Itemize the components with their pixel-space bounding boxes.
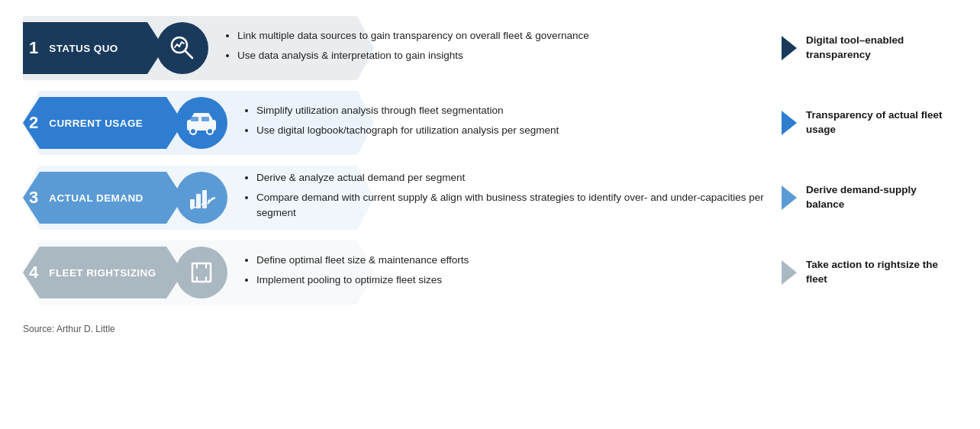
chevron-label-2: 2CURRENT USAGE: [23, 97, 183, 149]
right-arrow-1: [782, 36, 797, 60]
svg-rect-5: [191, 117, 198, 121]
bullets-3: Derive & analyze actual demand per segme…: [243, 170, 769, 226]
step-row-1: 1STATUS QUO Link multiple data sources t…: [23, 14, 957, 82]
step-number-3: 3: [29, 188, 38, 208]
bullet-item: Derive & analyze actual demand per segme…: [256, 170, 769, 186]
chevron-label-3: 3ACTUAL DEMAND: [23, 172, 183, 224]
result-area-3: Derive demand-supply balance: [782, 183, 957, 212]
result-area-4: Take action to rightsize the fleet: [782, 258, 957, 287]
result-area-2: Transparency of actual fleet usage: [782, 108, 957, 137]
bullet-item: Use data analysis & interpretation to ga…: [237, 48, 769, 64]
result-area-1: Digital tool–enabled transparency: [782, 34, 957, 63]
step-row-2: 2CURRENT USAGE Simplify utilization anal…: [23, 89, 957, 157]
step-number-4: 4: [29, 263, 38, 282]
chevron-label-1: 1STATUS QUO: [23, 22, 164, 74]
svg-point-3: [190, 128, 196, 134]
result-label-3: Derive demand-supply balance: [806, 183, 947, 212]
bullet-item: Use digital logbook/tachograph for utili…: [256, 123, 769, 139]
bullets-1: Link multiple data sources to gain trans…: [224, 28, 769, 68]
step-label-1: STATUS QUO: [49, 43, 118, 54]
right-arrow-2: [782, 111, 797, 135]
bullets-4: Define optimal fleet size & maintenance …: [243, 253, 769, 292]
icon-circle-2: [176, 97, 227, 149]
svg-line-1: [185, 50, 192, 58]
right-arrow-4: [782, 260, 797, 285]
step-label-4: FLEET RIGHTSIZING: [49, 267, 156, 279]
icon-circle-4: [176, 247, 227, 298]
icon-circle-3: [176, 172, 227, 224]
step-label-3: ACTUAL DEMAND: [49, 192, 143, 204]
step-number-2: 2: [29, 113, 38, 133]
bullet-item: Define optimal fleet size & maintenance …: [256, 253, 769, 269]
bullet-item: Simplify utilization analysis through fl…: [256, 103, 769, 119]
step-row-4: 4FLEET RIGHTSIZING Define optimal fleet …: [23, 238, 957, 307]
bullet-item: Compare demand with current supply & ali…: [256, 190, 769, 222]
step-label-2: CURRENT USAGE: [49, 118, 143, 129]
svg-rect-10: [192, 263, 211, 282]
result-label-2: Transparency of actual fleet usage: [806, 108, 947, 137]
icon-circle-1: [156, 22, 208, 74]
svg-rect-9: [202, 190, 207, 208]
svg-rect-7: [190, 199, 195, 208]
bullet-item: Link multiple data sources to gain trans…: [237, 28, 769, 44]
source-text: Source: Arthur D. Little: [23, 324, 957, 334]
svg-rect-6: [201, 117, 209, 121]
result-label-1: Digital tool–enabled transparency: [806, 34, 947, 63]
chevron-label-4: 4FLEET RIGHTSIZING: [23, 247, 183, 298]
step-row-3: 3ACTUAL DEMAND Derive & analyze actual d…: [23, 163, 957, 232]
bullets-2: Simplify utilization analysis through fl…: [243, 103, 769, 143]
steps-container: 1STATUS QUO Link multiple data sources t…: [23, 14, 957, 313]
result-label-4: Take action to rightsize the fleet: [806, 258, 947, 287]
svg-point-4: [207, 128, 213, 134]
right-arrow-3: [782, 185, 797, 210]
step-number-1: 1: [29, 38, 38, 58]
bullet-item: Implement pooling to optimize fleet size…: [256, 273, 769, 289]
